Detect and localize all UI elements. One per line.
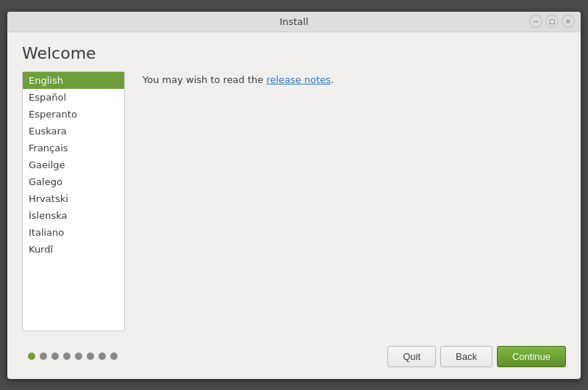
language-item[interactable]: Español (23, 89, 124, 106)
language-item[interactable]: Gaeilge (23, 156, 124, 173)
install-window: Install − □ × Welcome EnglishEspañolEspe… (7, 12, 581, 379)
page-title: Welcome (22, 44, 566, 62)
language-item[interactable]: Euskara (23, 123, 124, 140)
language-item[interactable]: Français (23, 140, 124, 156)
progress-dot (63, 353, 71, 360)
language-item[interactable]: Italiano (23, 224, 124, 241)
language-item[interactable]: Íslenska (23, 207, 124, 224)
progress-dot (28, 353, 35, 360)
release-notes-suffix: . (331, 74, 334, 85)
maximize-button[interactable]: □ (545, 15, 559, 28)
window-title: Install (279, 16, 308, 27)
progress-dot (40, 353, 47, 360)
release-notes-paragraph: You may wish to read the release notes. (143, 74, 560, 85)
progress-dots (28, 353, 118, 360)
progress-dot (98, 353, 106, 360)
right-panel: You may wish to read the release notes. (137, 71, 566, 331)
language-item[interactable]: Galego (23, 173, 124, 190)
minimize-button[interactable]: − (529, 15, 542, 28)
progress-dot (75, 353, 82, 360)
progress-dot (87, 353, 94, 360)
language-item[interactable]: Esperanto (23, 106, 124, 123)
quit-button[interactable]: Quit (387, 346, 436, 367)
continue-button[interactable]: Continue (497, 346, 566, 367)
language-list[interactable]: EnglishEspañolEsperantoEuskaraFrançaisGa… (22, 71, 125, 331)
footer-buttons: Quit Back Continue (387, 346, 566, 367)
language-item[interactable]: Hrvatski (23, 190, 124, 207)
release-notes-link[interactable]: release notes (266, 74, 331, 85)
back-button[interactable]: Back (440, 346, 492, 367)
main-area: EnglishEspañolEsperantoEuskaraFrançaisGa… (22, 71, 566, 331)
close-button[interactable]: × (562, 15, 575, 28)
progress-dot (110, 353, 118, 360)
window-controls: − □ × (529, 15, 575, 28)
release-notes-prefix: You may wish to read the (143, 74, 266, 85)
titlebar: Install − □ × (7, 12, 581, 32)
progress-dot (51, 353, 59, 360)
language-item[interactable]: Kurdî (23, 241, 124, 258)
footer: Quit Back Continue (22, 340, 566, 370)
main-content: Welcome EnglishEspañolEsperantoEuskaraFr… (7, 32, 581, 379)
language-item[interactable]: English (23, 72, 124, 89)
